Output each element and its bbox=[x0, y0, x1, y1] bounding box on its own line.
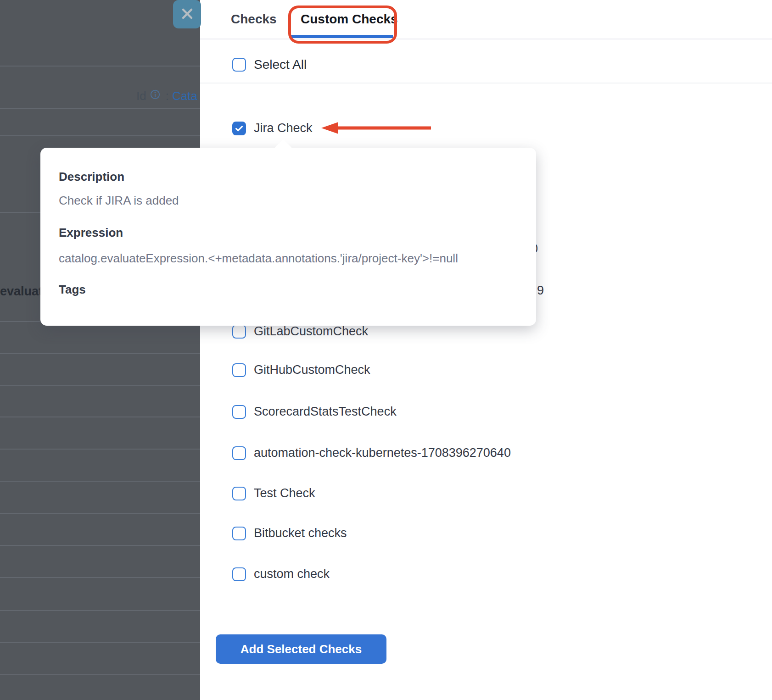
table-row-line bbox=[0, 108, 200, 109]
check-row[interactable]: GitHubCustomCheck bbox=[232, 363, 370, 377]
table-row-line bbox=[0, 545, 200, 546]
table-row-line bbox=[0, 642, 200, 643]
dimmed-background-table: Id : Cata evaluat bbox=[0, 0, 200, 700]
check-checkbox[interactable] bbox=[232, 567, 246, 581]
annotation-arrow bbox=[320, 121, 432, 135]
obscured-item-fragment: 9 bbox=[537, 283, 544, 298]
info-icon bbox=[150, 89, 161, 103]
close-button[interactable] bbox=[173, 0, 201, 28]
check-label: GitLabCustomCheck bbox=[254, 324, 368, 339]
table-row-line bbox=[0, 417, 200, 417]
tooltip-tags-heading: Tags bbox=[59, 282, 518, 297]
list-divider bbox=[200, 83, 772, 83]
screen: Id : Cata evaluat Checks Custom Checks bbox=[0, 0, 772, 700]
check-checkbox[interactable] bbox=[232, 122, 246, 135]
tab-checks[interactable]: Checks bbox=[231, 11, 277, 28]
tooltip-expression-heading: Expression bbox=[59, 225, 518, 240]
check-label: custom check bbox=[254, 567, 330, 581]
check-label: Bitbucket checks bbox=[254, 526, 347, 540]
check-row[interactable]: Jira Check bbox=[232, 121, 313, 135]
table-row-line bbox=[0, 135, 200, 136]
check-checkbox[interactable] bbox=[232, 363, 246, 377]
check-checkbox[interactable] bbox=[232, 527, 246, 540]
check-row[interactable]: Test Check bbox=[232, 486, 315, 500]
check-details-tooltip: Description Check if JIRA is added Expre… bbox=[40, 148, 536, 326]
table-row-line bbox=[0, 610, 200, 611]
check-label: GitHubCustomCheck bbox=[254, 363, 370, 377]
table-row-line bbox=[0, 66, 200, 67]
check-label: Test Check bbox=[254, 486, 315, 500]
tooltip-description-heading: Description bbox=[59, 169, 518, 184]
table-row-line bbox=[0, 385, 200, 386]
check-checkbox[interactable] bbox=[232, 405, 246, 419]
table-header-id: Id : Cata bbox=[136, 89, 197, 103]
active-tab-underline bbox=[291, 35, 393, 38]
tooltip-description-text: Check if JIRA is added bbox=[59, 193, 518, 208]
check-checkbox[interactable] bbox=[232, 487, 246, 500]
check-row[interactable]: GitLabCustomCheck bbox=[232, 324, 368, 339]
select-all-label: Select All bbox=[254, 57, 307, 72]
tab-custom-checks[interactable]: Custom Checks bbox=[301, 11, 398, 28]
tab-bar-divider bbox=[200, 39, 772, 39]
table-row-line bbox=[0, 353, 200, 354]
check-row[interactable]: automation-check-kubernetes-170839627064… bbox=[232, 446, 511, 460]
check-row[interactable]: ScorecardStatsTestCheck bbox=[232, 405, 397, 419]
add-selected-checks-button[interactable]: Add Selected Checks bbox=[216, 634, 386, 664]
check-label: automation-check-kubernetes-170839627064… bbox=[254, 446, 511, 460]
check-row[interactable]: custom check bbox=[232, 567, 330, 581]
header-colon: : bbox=[166, 89, 169, 103]
table-row-line bbox=[0, 577, 200, 578]
check-label: ScorecardStatsTestCheck bbox=[254, 405, 397, 419]
select-all-checkbox[interactable] bbox=[232, 58, 246, 72]
checks-dialog: Checks Custom Checks Select All Jira Che… bbox=[200, 0, 772, 700]
table-row-line bbox=[0, 481, 200, 482]
check-label: Jira Check bbox=[254, 121, 313, 135]
check-checkbox[interactable] bbox=[232, 446, 246, 460]
table-cell-fragment: evaluat bbox=[0, 284, 43, 299]
check-row[interactable]: Bitbucket checks bbox=[232, 526, 347, 540]
close-icon bbox=[180, 7, 194, 22]
catalog-link-fragment: Cata bbox=[172, 89, 197, 103]
table-row-line bbox=[0, 674, 200, 675]
table-row-line bbox=[0, 449, 200, 450]
select-all-row[interactable]: Select All bbox=[232, 57, 307, 72]
check-checkbox[interactable] bbox=[232, 325, 246, 339]
tooltip-expression-text: catalog.evaluateExpression.<+metadata.an… bbox=[59, 250, 518, 266]
id-column-label: Id bbox=[136, 89, 146, 103]
table-row-line bbox=[0, 513, 200, 514]
